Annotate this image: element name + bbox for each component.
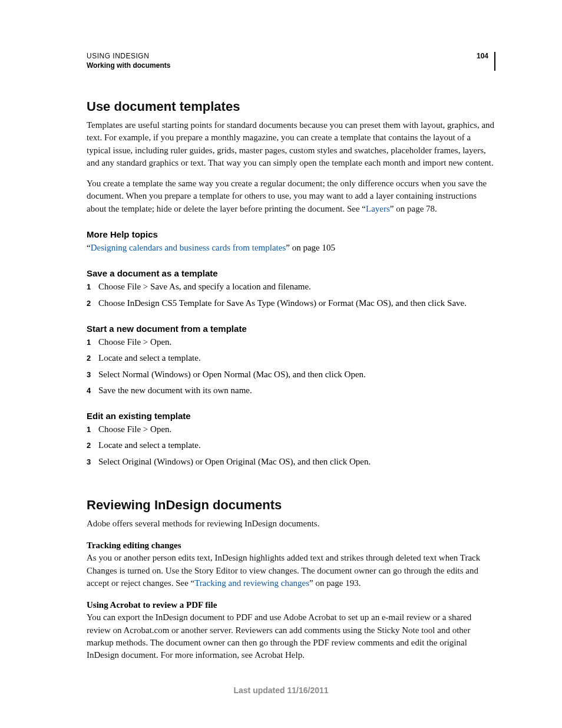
step-item: Locate and select a template. xyxy=(87,352,495,364)
text-run: ” on page 78. xyxy=(390,204,437,213)
step-item: Choose File > Open. xyxy=(87,423,495,436)
page-number: 104 xyxy=(477,52,488,60)
link-layers[interactable]: Layers xyxy=(366,204,390,213)
text-run: ” on page 105 xyxy=(286,243,335,252)
more-help-link-line: “Designing calendars and business cards … xyxy=(87,242,495,254)
step-item: Choose InDesign CS5 Template for Save As… xyxy=(87,297,495,309)
page-header: USING INDESIGN Working with documents 10… xyxy=(87,52,495,71)
link-tracking-reviewing-changes[interactable]: Tracking and reviewing changes xyxy=(194,578,309,588)
paragraph: You create a template the same way you c… xyxy=(87,177,495,215)
step-item: Select Normal (Windows) or Open Normal (… xyxy=(87,368,495,381)
paragraph: Adobe offers several methods for reviewi… xyxy=(87,518,495,530)
header-doc-title: USING INDESIGN xyxy=(87,52,170,60)
link-designing-calendars[interactable]: Designing calendars and business cards f… xyxy=(91,243,286,252)
header-left: USING INDESIGN Working with documents xyxy=(87,52,170,70)
steps-save-as: Choose File > Save As, and specify a loc… xyxy=(87,281,495,309)
step-item: Select Original (Windows) or Open Origin… xyxy=(87,456,495,468)
paragraph: Templates are useful starting points for… xyxy=(87,119,495,169)
header-section-title: Working with documents xyxy=(87,61,170,70)
text-run: ” on page 193. xyxy=(309,578,361,588)
steps-start-new: Choose File > Open. Locate and select a … xyxy=(87,336,495,397)
heading-use-document-templates: Use document templates xyxy=(87,99,495,114)
paragraph: As you or another person edits text, InD… xyxy=(87,552,495,589)
step-item: Save the new document with its own name. xyxy=(87,384,495,397)
heading-more-help-topics: More Help topics xyxy=(87,229,495,239)
subhead-using-acrobat: Using Acrobat to review a PDF file xyxy=(87,600,495,610)
paragraph: You can export the InDesign document to … xyxy=(87,611,495,661)
heading-edit-existing-template: Edit an existing template xyxy=(87,411,495,421)
step-item: Locate and select a template. xyxy=(87,439,495,452)
footer-last-updated: Last updated 11/16/2011 xyxy=(0,686,562,695)
step-item: Choose File > Save As, and specify a loc… xyxy=(87,281,495,293)
heading-start-new-document: Start a new document from a template xyxy=(87,324,495,334)
step-item: Choose File > Open. xyxy=(87,336,495,348)
heading-save-as-template: Save a document as a template xyxy=(87,268,495,278)
text-run: “ xyxy=(87,243,91,252)
steps-edit-existing: Choose File > Open. Locate and select a … xyxy=(87,423,495,468)
subhead-tracking-changes: Tracking editing changes xyxy=(87,541,495,551)
heading-reviewing-indesign-documents: Reviewing InDesign documents xyxy=(87,498,495,513)
page-number-wrap: 104 xyxy=(477,52,495,71)
